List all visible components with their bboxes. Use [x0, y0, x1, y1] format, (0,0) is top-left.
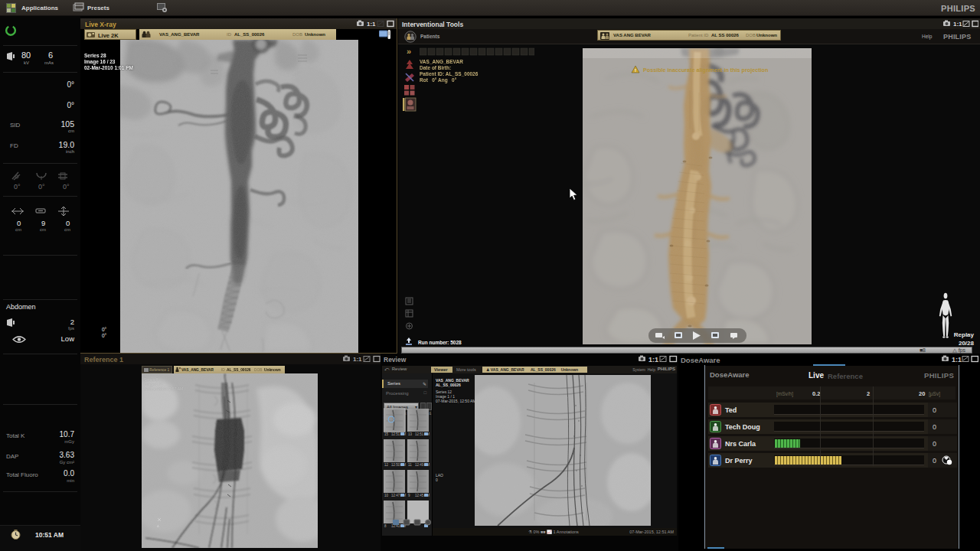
svg-text:1:1: 1:1 [648, 356, 658, 364]
svg-text:11: 11 [408, 463, 412, 467]
svg-text:1:1: 1:1 [952, 356, 962, 364]
svg-text:9: 9 [408, 494, 410, 497]
svg-text:1:1: 1:1 [953, 21, 962, 28]
svg-text:1:1: 1:1 [367, 21, 376, 28]
svg-text:8: 8 [384, 524, 387, 528]
svg-text:15: 15 [384, 432, 389, 436]
svg-text:1:1: 1:1 [353, 356, 362, 363]
svg-text:A: A [157, 524, 159, 528]
svg-text:13: 13 [408, 432, 413, 436]
svg-text:Possible inaccurate alignment: Possible inaccurate alignment in this pr… [643, 67, 768, 73]
svg-text:!: ! [635, 68, 636, 73]
svg-text:12: 12 [384, 463, 389, 467]
svg-text:10: 10 [384, 494, 389, 497]
